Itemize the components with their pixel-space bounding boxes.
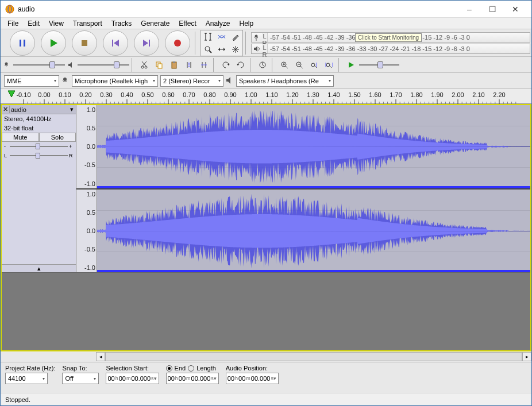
monitor-tooltip[interactable]: Click to Start Monitoring <box>355 33 422 42</box>
transport-toolbar: LR -57 -54 -51 -48 -45 -42 -39 -36 -33 -… <box>1 29 531 57</box>
undo-button[interactable] <box>219 59 233 71</box>
window-minimize-button[interactable]: – <box>458 1 481 17</box>
mic-icon <box>252 34 262 41</box>
selection-end-time[interactable]: 00h00m00.000s▾ <box>166 373 219 384</box>
length-label: Length <box>196 365 216 372</box>
playback-volume-slider[interactable] <box>78 60 129 69</box>
status-bar: Stopped. <box>1 393 531 405</box>
copy-button[interactable] <box>152 59 166 71</box>
edit-toolbar <box>1 57 531 73</box>
skip-start-button[interactable] <box>103 30 128 56</box>
mute-button[interactable]: Mute <box>2 133 39 142</box>
menu-help[interactable]: Help <box>235 18 259 29</box>
playback-meter[interactable]: LR -57 -54 -51 -48 -45 -42 -39 -36 -33 -… <box>251 44 530 54</box>
horizontal-scrollbar[interactable]: ◂ ▸ <box>1 351 531 362</box>
play-at-speed-button[interactable] <box>344 59 358 71</box>
recording-volume-slider[interactable] <box>13 60 65 69</box>
envelope-tool[interactable] <box>215 30 229 43</box>
recording-meter[interactable]: LR -57 -54 -51 -48 -45 -42 -39 -36 -33 -… <box>251 32 530 42</box>
pan-slider[interactable]: LR <box>2 151 76 160</box>
svg-rect-38 <box>173 61 175 63</box>
svg-text:0.30: 0.30 <box>100 91 112 98</box>
cut-button[interactable] <box>137 59 151 71</box>
project-rate-combo[interactable]: 44100▾ <box>5 373 48 384</box>
track-close-button[interactable]: ✕ <box>2 106 10 113</box>
scroll-right-button[interactable]: ▸ <box>522 352 531 361</box>
zoom-tool[interactable] <box>201 43 215 56</box>
skip-end-button[interactable] <box>134 30 159 56</box>
menu-generate[interactable]: Generate <box>136 18 174 29</box>
svg-marker-63 <box>226 77 230 84</box>
stop-button[interactable] <box>72 30 97 56</box>
separator <box>213 58 217 72</box>
gain-slider[interactable]: -+ <box>2 142 76 151</box>
waveform-left[interactable] <box>97 105 530 188</box>
vertical-scale[interactable]: 1.00.50.0-0.5-1.0 <box>76 105 97 188</box>
fit-selection-button[interactable] <box>307 59 321 71</box>
end-label: End <box>175 365 186 372</box>
window-close-button[interactable]: ✕ <box>504 1 527 17</box>
selection-start-time[interactable]: 00h00m00.000s▾ <box>106 373 159 384</box>
play-button[interactable] <box>41 30 66 56</box>
svg-text:0.40: 0.40 <box>121 91 133 98</box>
svg-text:0.80: 0.80 <box>203 91 215 98</box>
svg-marker-21 <box>223 48 225 51</box>
end-radio[interactable] <box>166 365 172 372</box>
silence-button[interactable] <box>197 59 211 71</box>
record-button[interactable] <box>165 30 190 56</box>
length-radio[interactable] <box>188 365 194 372</box>
svg-text:1.60: 1.60 <box>369 91 381 98</box>
track-collapse-button[interactable]: ▴ <box>2 264 76 272</box>
svg-marker-20 <box>218 48 220 51</box>
tracks-empty-area[interactable] <box>2 273 530 350</box>
playback-device-combo[interactable]: Speakers / Headphones (Re▾ <box>236 75 334 87</box>
menu-transport[interactable]: Transport <box>68 18 107 29</box>
track-format: Stereo, 44100Hz <box>2 114 76 123</box>
svg-text:2.10: 2.10 <box>472 91 484 98</box>
svg-rect-3 <box>24 40 25 47</box>
menu-view[interactable]: View <box>44 18 68 29</box>
speaker-icon <box>226 76 234 86</box>
solo-button[interactable]: Solo <box>39 133 76 142</box>
svg-text:1.20: 1.20 <box>286 91 298 98</box>
recording-channels-combo[interactable]: 2 (Stereo) Recor▾ <box>160 75 223 87</box>
recording-device-combo[interactable]: Microphone (Realtek High▾ <box>72 75 158 87</box>
menu-effect[interactable]: Effect <box>174 18 201 29</box>
menu-tracks[interactable]: Tracks <box>107 18 137 29</box>
paste-button[interactable] <box>167 59 181 71</box>
svg-marker-9 <box>143 40 148 47</box>
audio-host-combo[interactable]: MME▾ <box>4 75 59 87</box>
zoom-in-button[interactable] <box>277 59 291 71</box>
timeshift-tool[interactable] <box>215 43 229 56</box>
redo-button[interactable] <box>234 59 248 71</box>
snap-to-combo[interactable]: Off▾ <box>62 373 99 384</box>
mic-icon <box>61 76 70 86</box>
timeline-ruler[interactable]: -0.100.000.100.200.300.400.500.600.700.8… <box>1 89 531 104</box>
window-maximize-button[interactable]: ☐ <box>481 1 504 17</box>
track-menu-button[interactable]: ▾ <box>68 106 76 113</box>
svg-marker-7 <box>114 40 119 47</box>
menu-file[interactable]: File <box>3 18 23 29</box>
draw-tool[interactable] <box>229 30 242 43</box>
sync-lock-button[interactable] <box>256 59 269 71</box>
scroll-left-button[interactable]: ◂ <box>96 352 105 361</box>
menu-edit[interactable]: Edit <box>23 18 44 29</box>
menu-analyze[interactable]: Analyze <box>201 18 235 29</box>
snap-to-label: Snap To: <box>62 365 99 372</box>
pause-button[interactable] <box>10 30 35 56</box>
multi-tool[interactable] <box>229 43 242 56</box>
svg-text:0.20: 0.20 <box>79 91 91 98</box>
zoom-out-button[interactable] <box>292 59 306 71</box>
trim-button[interactable] <box>182 59 196 71</box>
selection-tool[interactable] <box>201 30 215 43</box>
svg-point-32 <box>145 66 147 68</box>
playback-speed-slider[interactable] <box>359 60 399 69</box>
audio-position-time[interactable]: 00h00m00.000s▾ <box>226 373 279 384</box>
tracks-area: ✕ audio ▾ Stereo, 44100Hz 32-bit float M… <box>1 104 531 351</box>
svg-line-55 <box>300 66 303 68</box>
waveform-right[interactable] <box>97 190 530 273</box>
svg-rect-36 <box>158 64 162 68</box>
fit-project-button[interactable] <box>322 59 336 71</box>
vertical-scale[interactable]: 1.00.50.0-0.5-1.0 <box>76 190 97 273</box>
track-name[interactable]: audio <box>10 106 68 113</box>
